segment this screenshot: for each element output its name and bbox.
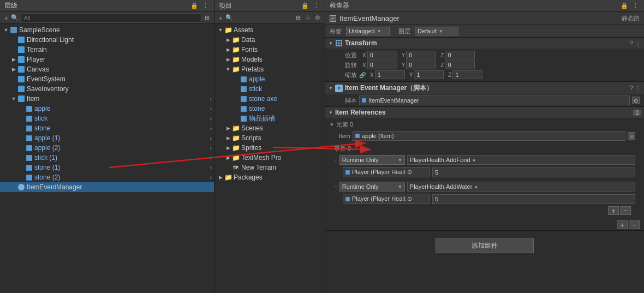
project-settings-icon[interactable]: ⚙ (314, 14, 321, 22)
label-fonts: Fonts (241, 46, 258, 53)
add-component-button[interactable]: 添加组件 (436, 238, 534, 253)
active-checkbox[interactable] (330, 15, 336, 22)
drag-handle-2[interactable]: ≡ (334, 184, 337, 190)
project-item-fonts[interactable]: 📁 Fonts (214, 45, 325, 55)
tag-layer-row: 标签 Untagged ▼ 图层 Default ▼ (325, 25, 644, 38)
project-star-icon[interactable]: ☆ (304, 14, 312, 22)
project-item-sprites[interactable]: 📁 Sprites (214, 143, 325, 153)
hierarchy-filter-icon[interactable]: ⊞ (204, 14, 211, 22)
expand-scenes[interactable] (224, 124, 232, 132)
scale-z-input[interactable] (452, 70, 482, 79)
expand-models[interactable] (224, 56, 232, 63)
tree-item-apple1[interactable]: apple (1) › (0, 133, 214, 143)
expand-canvas[interactable] (10, 65, 17, 73)
project-view-icon[interactable]: ⊞ (295, 14, 302, 22)
add-event-button[interactable]: + (608, 206, 619, 215)
scale-y-input[interactable] (414, 70, 444, 79)
hierarchy-search-input[interactable] (21, 14, 201, 22)
drag-handle-1[interactable]: ≡ (334, 157, 337, 163)
project-lock-icon[interactable]: 🔒 (300, 2, 310, 10)
transform-menu-icon[interactable]: ⋮ (635, 40, 641, 46)
tree-item-item[interactable]: Item › (0, 94, 214, 104)
expand-prefabs[interactable] (224, 65, 232, 73)
transform-help-icon[interactable]: ? (630, 40, 633, 46)
remove-event-button[interactable]: − (620, 206, 631, 215)
rot-z-input[interactable] (445, 61, 475, 69)
expand-pf-stone (232, 105, 240, 112)
item-event-manager-header[interactable]: ▼ # Item Event Manager（脚本） ? ⋮ (325, 82, 644, 94)
expand-fonts[interactable] (224, 46, 232, 53)
pos-x-input[interactable] (367, 51, 397, 59)
pos-y-input[interactable] (406, 51, 436, 59)
project-item-scripts[interactable]: 📁 Scripts (214, 133, 325, 143)
stone2-right-arrow: › (210, 175, 212, 181)
expand-data[interactable] (224, 36, 232, 44)
project-item-stoneaxe[interactable]: stone axe (214, 94, 325, 104)
runtime-dropdown-1[interactable]: Runtime Only ▼ (339, 155, 405, 165)
remove-element-button[interactable]: − (629, 220, 640, 229)
element-0-expand[interactable]: ▼ (330, 122, 334, 127)
expand-textmesh[interactable] (224, 154, 232, 162)
project-item-apple[interactable]: apple (214, 74, 325, 84)
tree-item-samplescene[interactable]: SampleScene (0, 25, 214, 35)
scale-x-input[interactable] (375, 70, 405, 79)
project-item-models[interactable]: 📁 Models (214, 55, 325, 64)
ir-expand-arrow: ▼ (329, 110, 333, 115)
transform-header[interactable]: ▼ Transform ? ⋮ (325, 38, 644, 49)
tree-item-terrain[interactable]: Terrain (0, 45, 214, 55)
project-item-assets[interactable]: 📁 Assets (214, 25, 325, 35)
item-end-button[interactable]: ⊙ (628, 132, 635, 140)
project-item-stick[interactable]: stick (214, 84, 325, 94)
item-references-header[interactable]: ▼ Item References 1 (325, 107, 644, 118)
script-end-button[interactable]: ⊙ (632, 97, 640, 104)
runtime-dropdown-2[interactable]: Runtime Only ▼ (339, 182, 405, 192)
tree-item-stick1[interactable]: stick (1) › (0, 153, 214, 163)
project-item-stone[interactable]: stone (214, 104, 325, 113)
iem-help-icon[interactable]: ? (630, 85, 633, 91)
tree-item-eventsystem[interactable]: EventSystem (0, 74, 214, 84)
tree-item-apple[interactable]: apple › (0, 104, 214, 113)
expand-samplescene[interactable] (2, 26, 10, 34)
tree-item-itemeventmanager[interactable]: ItemEventManager (0, 182, 214, 192)
value-field-1[interactable]: 5 (432, 168, 635, 177)
label-scenes: Scenes (241, 124, 263, 132)
tree-item-stone2[interactable]: stone (2) › (0, 172, 214, 182)
tree-item-player[interactable]: Player (0, 55, 214, 64)
inspector-menu-icon[interactable]: ⋮ (631, 2, 640, 10)
iem-menu-icon[interactable]: ⋮ (635, 85, 641, 91)
pos-z-input[interactable] (445, 51, 475, 59)
project-item-slot[interactable]: 物品插槽 (214, 113, 325, 123)
layer-dropdown[interactable]: Default ▼ (415, 27, 458, 35)
project-item-scenes[interactable]: 📁 Scenes (214, 123, 325, 133)
tree-item-apple2[interactable]: apple (2) › (0, 143, 214, 153)
project-item-newterrain[interactable]: 🗺 New Terrain (214, 163, 325, 172)
tree-item-canvas[interactable]: Canvas (0, 64, 214, 74)
project-menu-icon[interactable]: ⋮ (312, 2, 320, 10)
expand-scripts[interactable] (224, 134, 232, 142)
tree-item-stone1[interactable]: stone (1) › (0, 163, 214, 172)
project-item-prefabs[interactable]: 📁 Prefabs (214, 64, 325, 74)
rot-y-input[interactable] (406, 61, 436, 69)
hierarchy-add-button[interactable]: + (3, 14, 9, 22)
hierarchy-menu-icon[interactable]: ⋮ (201, 2, 210, 10)
project-item-data[interactable]: 📁 Data (214, 35, 325, 45)
expand-packages[interactable] (217, 174, 224, 181)
tree-item-stone[interactable]: stone › (0, 123, 214, 133)
value-field-2[interactable]: 5 (432, 194, 635, 204)
expand-assets[interactable] (217, 26, 224, 34)
expand-player[interactable] (10, 56, 17, 63)
project-add-button[interactable]: + (218, 14, 223, 22)
expand-sprites[interactable] (224, 144, 232, 152)
add-element-button[interactable]: + (617, 220, 628, 229)
project-item-textmesh[interactable]: 📁 TextMesh Pro (214, 153, 325, 163)
project-item-packages[interactable]: 📁 Packages (214, 172, 325, 182)
tree-item-stick[interactable]: stick › (0, 113, 214, 123)
tree-item-saveinventory[interactable]: SaveInventory (0, 84, 214, 94)
hierarchy-lock-icon[interactable]: 🔒 (189, 2, 199, 10)
tree-item-directional-light[interactable]: Directional Light (0, 35, 214, 45)
inspector-object-name: ItemEventManager (339, 14, 399, 22)
expand-item[interactable] (10, 95, 17, 103)
inspector-lock-icon[interactable]: 🔒 (619, 2, 629, 10)
rot-x-input[interactable] (367, 61, 397, 69)
tag-dropdown[interactable]: Untagged ▼ (346, 27, 390, 35)
